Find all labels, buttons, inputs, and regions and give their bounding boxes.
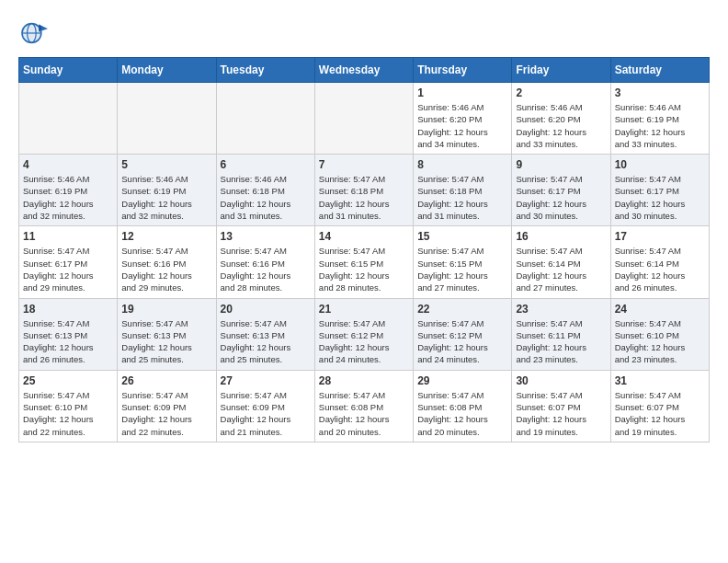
logo-icon bbox=[18, 18, 48, 48]
day-number: 28 bbox=[319, 374, 409, 387]
day-info: Sunrise: 5:47 AM Sunset: 6:12 PM Dayligh… bbox=[319, 317, 409, 366]
day-cell: 5Sunrise: 5:46 AM Sunset: 6:19 PM Daylig… bbox=[118, 155, 216, 226]
day-info: Sunrise: 5:46 AM Sunset: 6:20 PM Dayligh… bbox=[516, 101, 606, 150]
day-number: 26 bbox=[121, 374, 211, 387]
day-info: Sunrise: 5:47 AM Sunset: 6:17 PM Dayligh… bbox=[23, 245, 113, 293]
day-cell: 20Sunrise: 5:47 AM Sunset: 6:13 PM Dayli… bbox=[216, 298, 314, 370]
day-info: Sunrise: 5:46 AM Sunset: 6:19 PM Dayligh… bbox=[23, 173, 113, 222]
day-cell: 11Sunrise: 5:47 AM Sunset: 6:17 PM Dayli… bbox=[19, 226, 118, 298]
day-info: Sunrise: 5:47 AM Sunset: 6:18 PM Dayligh… bbox=[417, 173, 507, 222]
day-cell: 17Sunrise: 5:47 AM Sunset: 6:14 PM Dayli… bbox=[610, 226, 709, 298]
logo bbox=[18, 18, 51, 48]
day-info: Sunrise: 5:47 AM Sunset: 6:16 PM Dayligh… bbox=[121, 245, 211, 293]
day-number: 7 bbox=[319, 158, 409, 171]
day-cell: 12Sunrise: 5:47 AM Sunset: 6:16 PM Dayli… bbox=[118, 226, 216, 298]
header-cell-monday: Monday bbox=[118, 58, 216, 83]
day-number: 2 bbox=[516, 86, 606, 99]
day-number: 23 bbox=[516, 303, 606, 316]
day-info: Sunrise: 5:46 AM Sunset: 6:18 PM Dayligh… bbox=[221, 173, 311, 222]
day-number: 27 bbox=[221, 374, 311, 387]
header-row: SundayMondayTuesdayWednesdayThursdayFrid… bbox=[19, 58, 710, 83]
week-row-1: 1Sunrise: 5:46 AM Sunset: 6:20 PM Daylig… bbox=[19, 83, 710, 155]
day-cell bbox=[19, 83, 118, 155]
day-number: 14 bbox=[319, 230, 409, 243]
header-cell-sunday: Sunday bbox=[19, 58, 118, 83]
day-cell: 26Sunrise: 5:47 AM Sunset: 6:09 PM Dayli… bbox=[118, 370, 216, 442]
day-cell: 23Sunrise: 5:47 AM Sunset: 6:11 PM Dayli… bbox=[512, 298, 610, 370]
day-info: Sunrise: 5:47 AM Sunset: 6:09 PM Dayligh… bbox=[221, 389, 311, 438]
day-cell: 1Sunrise: 5:46 AM Sunset: 6:20 PM Daylig… bbox=[414, 83, 512, 155]
day-number: 4 bbox=[23, 158, 113, 171]
day-info: Sunrise: 5:47 AM Sunset: 6:13 PM Dayligh… bbox=[221, 317, 311, 366]
day-number: 15 bbox=[417, 230, 507, 243]
calendar-table: SundayMondayTuesdayWednesdayThursdayFrid… bbox=[18, 57, 710, 442]
day-info: Sunrise: 5:46 AM Sunset: 6:20 PM Dayligh… bbox=[417, 101, 507, 150]
day-cell: 8Sunrise: 5:47 AM Sunset: 6:18 PM Daylig… bbox=[414, 155, 512, 226]
week-row-3: 11Sunrise: 5:47 AM Sunset: 6:17 PM Dayli… bbox=[19, 226, 710, 298]
day-number: 3 bbox=[615, 86, 705, 99]
day-info: Sunrise: 5:47 AM Sunset: 6:09 PM Dayligh… bbox=[121, 389, 211, 438]
week-row-2: 4Sunrise: 5:46 AM Sunset: 6:19 PM Daylig… bbox=[19, 155, 710, 226]
calendar-header: SundayMondayTuesdayWednesdayThursdayFrid… bbox=[19, 58, 710, 83]
day-info: Sunrise: 5:46 AM Sunset: 6:19 PM Dayligh… bbox=[121, 173, 211, 222]
day-cell: 25Sunrise: 5:47 AM Sunset: 6:10 PM Dayli… bbox=[19, 370, 118, 442]
day-number: 11 bbox=[23, 230, 113, 243]
day-cell: 16Sunrise: 5:47 AM Sunset: 6:14 PM Dayli… bbox=[512, 226, 610, 298]
day-info: Sunrise: 5:47 AM Sunset: 6:15 PM Dayligh… bbox=[319, 245, 409, 293]
day-cell: 29Sunrise: 5:47 AM Sunset: 6:08 PM Dayli… bbox=[414, 370, 512, 442]
day-number: 18 bbox=[23, 303, 113, 316]
day-number: 10 bbox=[615, 158, 705, 171]
day-number: 1 bbox=[417, 86, 507, 99]
day-info: Sunrise: 5:47 AM Sunset: 6:08 PM Dayligh… bbox=[319, 389, 409, 438]
day-number: 19 bbox=[121, 303, 211, 316]
day-info: Sunrise: 5:47 AM Sunset: 6:14 PM Dayligh… bbox=[516, 245, 606, 293]
header-cell-friday: Friday bbox=[512, 58, 610, 83]
day-info: Sunrise: 5:47 AM Sunset: 6:10 PM Dayligh… bbox=[615, 317, 705, 366]
day-info: Sunrise: 5:47 AM Sunset: 6:07 PM Dayligh… bbox=[615, 389, 705, 438]
day-info: Sunrise: 5:47 AM Sunset: 6:13 PM Dayligh… bbox=[23, 317, 113, 366]
day-info: Sunrise: 5:47 AM Sunset: 6:08 PM Dayligh… bbox=[417, 389, 507, 438]
day-info: Sunrise: 5:47 AM Sunset: 6:18 PM Dayligh… bbox=[319, 173, 409, 222]
day-cell: 21Sunrise: 5:47 AM Sunset: 6:12 PM Dayli… bbox=[314, 298, 413, 370]
day-cell: 15Sunrise: 5:47 AM Sunset: 6:15 PM Dayli… bbox=[414, 226, 512, 298]
day-number: 16 bbox=[516, 230, 606, 243]
day-number: 13 bbox=[221, 230, 311, 243]
day-cell: 22Sunrise: 5:47 AM Sunset: 6:12 PM Dayli… bbox=[414, 298, 512, 370]
day-cell: 10Sunrise: 5:47 AM Sunset: 6:17 PM Dayli… bbox=[610, 155, 709, 226]
header-cell-thursday: Thursday bbox=[414, 58, 512, 83]
day-cell: 30Sunrise: 5:47 AM Sunset: 6:07 PM Dayli… bbox=[512, 370, 610, 442]
day-number: 22 bbox=[417, 303, 507, 316]
day-cell: 27Sunrise: 5:47 AM Sunset: 6:09 PM Dayli… bbox=[216, 370, 314, 442]
day-cell: 14Sunrise: 5:47 AM Sunset: 6:15 PM Dayli… bbox=[314, 226, 413, 298]
day-number: 6 bbox=[221, 158, 311, 171]
day-cell: 4Sunrise: 5:46 AM Sunset: 6:19 PM Daylig… bbox=[19, 155, 118, 226]
day-cell: 19Sunrise: 5:47 AM Sunset: 6:13 PM Dayli… bbox=[118, 298, 216, 370]
day-cell: 13Sunrise: 5:47 AM Sunset: 6:16 PM Dayli… bbox=[216, 226, 314, 298]
day-cell: 28Sunrise: 5:47 AM Sunset: 6:08 PM Dayli… bbox=[314, 370, 413, 442]
day-number: 17 bbox=[615, 230, 705, 243]
day-number: 24 bbox=[615, 303, 705, 316]
calendar-body: 1Sunrise: 5:46 AM Sunset: 6:20 PM Daylig… bbox=[19, 83, 710, 442]
day-number: 8 bbox=[417, 158, 507, 171]
day-number: 31 bbox=[615, 374, 705, 387]
page-header bbox=[18, 18, 710, 48]
day-cell: 9Sunrise: 5:47 AM Sunset: 6:17 PM Daylig… bbox=[512, 155, 610, 226]
day-cell bbox=[216, 83, 314, 155]
header-cell-wednesday: Wednesday bbox=[314, 58, 413, 83]
day-info: Sunrise: 5:47 AM Sunset: 6:17 PM Dayligh… bbox=[516, 173, 606, 222]
day-info: Sunrise: 5:47 AM Sunset: 6:07 PM Dayligh… bbox=[516, 389, 606, 438]
day-info: Sunrise: 5:46 AM Sunset: 6:19 PM Dayligh… bbox=[615, 101, 705, 150]
day-info: Sunrise: 5:47 AM Sunset: 6:17 PM Dayligh… bbox=[615, 173, 705, 222]
day-cell: 7Sunrise: 5:47 AM Sunset: 6:18 PM Daylig… bbox=[314, 155, 413, 226]
day-info: Sunrise: 5:47 AM Sunset: 6:10 PM Dayligh… bbox=[23, 389, 113, 438]
header-cell-tuesday: Tuesday bbox=[216, 58, 314, 83]
day-cell: 6Sunrise: 5:46 AM Sunset: 6:18 PM Daylig… bbox=[216, 155, 314, 226]
day-cell bbox=[314, 83, 413, 155]
day-number: 25 bbox=[23, 374, 113, 387]
day-cell: 31Sunrise: 5:47 AM Sunset: 6:07 PM Dayli… bbox=[610, 370, 709, 442]
day-info: Sunrise: 5:47 AM Sunset: 6:12 PM Dayligh… bbox=[417, 317, 507, 366]
day-cell: 2Sunrise: 5:46 AM Sunset: 6:20 PM Daylig… bbox=[512, 83, 610, 155]
day-number: 5 bbox=[121, 158, 211, 171]
day-cell bbox=[118, 83, 216, 155]
day-number: 21 bbox=[319, 303, 409, 316]
